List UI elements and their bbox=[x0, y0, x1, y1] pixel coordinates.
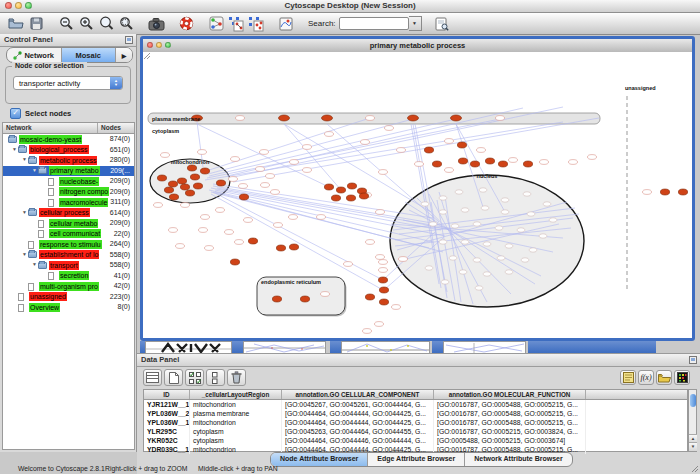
zoom-out-icon[interactable] bbox=[56, 15, 76, 33]
background-window-thumbnail[interactable] bbox=[341, 341, 430, 353]
node[interactable] bbox=[379, 170, 388, 175]
new-attribute-icon[interactable] bbox=[164, 369, 183, 386]
cell-id[interactable]: YPL036W__2 bbox=[144, 409, 190, 418]
background-window-thumbnail[interactable] bbox=[443, 341, 526, 353]
node[interactable] bbox=[321, 292, 330, 297]
snapshot-icon[interactable] bbox=[146, 15, 166, 33]
background-window-edge[interactable] bbox=[330, 341, 341, 353]
node-selected[interactable] bbox=[187, 165, 196, 171]
column-header-region[interactable]: _cellularLayoutRegion bbox=[190, 390, 282, 399]
node[interactable] bbox=[325, 132, 334, 137]
matrix-icon[interactable] bbox=[674, 370, 690, 385]
node[interactable] bbox=[445, 139, 454, 144]
search-input[interactable] bbox=[339, 17, 409, 30]
node-selected[interactable] bbox=[498, 161, 507, 167]
node-selected[interactable] bbox=[379, 299, 388, 305]
tree-row[interactable]: mosaic-demo-yeast874(0) bbox=[3, 134, 134, 145]
node[interactable] bbox=[461, 208, 469, 212]
table-row[interactable]: YKR052Ccytoplasm[GO:0044464, GO:0044446,… bbox=[144, 436, 687, 445]
node[interactable] bbox=[201, 215, 210, 220]
node-selected[interactable] bbox=[193, 183, 202, 189]
node[interactable] bbox=[216, 208, 225, 213]
node[interactable] bbox=[481, 206, 489, 210]
cell-molecular-function[interactable]: [GO:0016787, GO:0005488, GO:0005215, G..… bbox=[434, 409, 586, 418]
network-overview-icon[interactable] bbox=[206, 15, 226, 33]
node[interactable] bbox=[509, 158, 518, 163]
node[interactable] bbox=[256, 167, 265, 172]
float-panel-icon[interactable] bbox=[689, 356, 697, 364]
tree-row[interactable]: cellular metabo209(0) bbox=[3, 218, 134, 229]
node-selected[interactable] bbox=[359, 193, 368, 199]
edge[interactable] bbox=[213, 192, 383, 280]
select-attributes-icon[interactable] bbox=[185, 369, 204, 386]
node-selected[interactable] bbox=[200, 168, 209, 174]
node[interactable] bbox=[229, 177, 238, 182]
tree-row[interactable]: macromolecule311(0) bbox=[3, 197, 134, 208]
node[interactable] bbox=[375, 322, 384, 327]
cell-molecular-function[interactable]: [GO:0016787, GO:0005215, GO:0003824, G..… bbox=[434, 427, 586, 436]
node[interactable] bbox=[425, 266, 433, 270]
node[interactable] bbox=[366, 116, 375, 121]
node[interactable] bbox=[479, 188, 487, 192]
cell-molecular-function[interactable]: [GO:0016787, GO:0005488, GO:0005215, G..… bbox=[434, 418, 586, 427]
node[interactable] bbox=[363, 329, 372, 334]
region-label[interactable]: plasma membrane bbox=[152, 116, 200, 122]
node-selected[interactable] bbox=[279, 115, 290, 121]
region-nucleus[interactable] bbox=[390, 175, 584, 307]
node[interactable] bbox=[361, 140, 370, 145]
node-selected[interactable] bbox=[177, 178, 186, 184]
node[interactable] bbox=[441, 280, 449, 284]
node[interactable] bbox=[473, 222, 481, 226]
node[interactable] bbox=[643, 190, 652, 195]
node-selected[interactable] bbox=[190, 174, 199, 180]
node[interactable] bbox=[483, 242, 491, 246]
node-selected[interactable] bbox=[408, 115, 419, 121]
node[interactable] bbox=[397, 148, 406, 153]
tree-row[interactable]: ▼metabolic process280(0) bbox=[3, 155, 134, 166]
region-label[interactable]: unassigned bbox=[625, 85, 656, 91]
search-config-icon[interactable] bbox=[432, 15, 452, 33]
node[interactable] bbox=[399, 257, 408, 262]
cell-region[interactable]: cytoplasm bbox=[190, 436, 282, 445]
window-resize-grip[interactable] bbox=[143, 52, 151, 60]
node-selected[interactable] bbox=[336, 187, 345, 193]
cell-region[interactable]: plasma membrane bbox=[190, 409, 282, 418]
network-canvas[interactable]: plasma membranecytoplasmmitochondrionnuc… bbox=[143, 52, 692, 338]
tree-column-network[interactable]: Network bbox=[6, 124, 32, 131]
node-selected[interactable] bbox=[230, 259, 239, 265]
node-color-dropdown[interactable]: transporter activity ▲▼ bbox=[13, 76, 123, 90]
tab-mosaic[interactable]: Mosaic bbox=[62, 48, 117, 62]
expander-icon[interactable]: ▼ bbox=[22, 251, 27, 257]
cell-cellular-component[interactable]: [GO:0045267, GO:0045261, GO:0044464, G..… bbox=[282, 400, 434, 409]
node[interactable] bbox=[392, 305, 401, 310]
tree-row[interactable]: cell communicat22(0) bbox=[3, 229, 134, 240]
node[interactable] bbox=[473, 258, 481, 262]
node[interactable] bbox=[225, 230, 234, 235]
column-header-id[interactable]: ID bbox=[144, 390, 190, 399]
tree-row[interactable]: ▼biological_process651(0) bbox=[3, 145, 134, 156]
expander-icon[interactable]: ▼ bbox=[32, 261, 37, 267]
cell-cellular-component[interactable]: [GO:0044464, GO:0044444, GO:0044425, G..… bbox=[282, 418, 434, 427]
node-selected[interactable] bbox=[485, 158, 494, 164]
tree-column-divider[interactable] bbox=[97, 123, 98, 133]
tree-row[interactable]: secretion41(0) bbox=[3, 271, 134, 282]
expander-icon[interactable]: ▼ bbox=[22, 209, 27, 215]
node[interactable] bbox=[521, 258, 529, 262]
vizmapper-icon[interactable] bbox=[276, 15, 296, 33]
node-selected[interactable] bbox=[157, 175, 166, 181]
node-selected[interactable] bbox=[458, 158, 467, 164]
region-label[interactable]: cytoplasm bbox=[152, 128, 179, 134]
node[interactable] bbox=[303, 145, 312, 150]
scroll-down-icon[interactable]: ▼ bbox=[689, 442, 697, 451]
help-icon[interactable] bbox=[176, 15, 196, 33]
node[interactable] bbox=[569, 160, 578, 165]
node[interactable] bbox=[379, 268, 388, 273]
node[interactable] bbox=[439, 196, 447, 200]
node[interactable] bbox=[379, 260, 388, 265]
node-selected[interactable] bbox=[164, 187, 173, 193]
background-window-thumbnail[interactable] bbox=[145, 341, 232, 353]
node[interactable] bbox=[244, 218, 253, 223]
cell-region[interactable]: mitochondrion bbox=[190, 400, 282, 409]
select-nodes-checkbox[interactable]: ✓ bbox=[10, 108, 21, 119]
node[interactable] bbox=[376, 210, 385, 215]
